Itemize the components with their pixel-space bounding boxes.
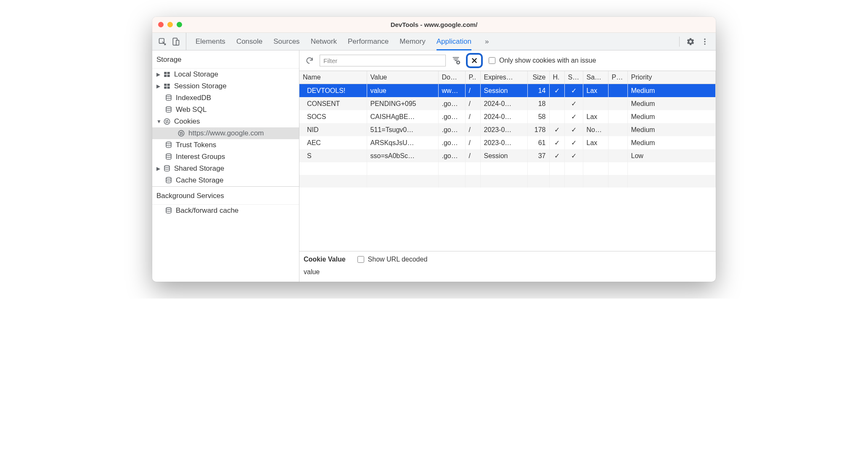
inspect-element-icon[interactable] — [156, 36, 168, 48]
cell-path: / — [465, 97, 480, 110]
cookie-icon — [177, 130, 186, 137]
cell-secure: ✓ — [564, 149, 583, 162]
cell-domain: .go… — [438, 149, 465, 162]
sidebar-item-label: Session Storage — [174, 82, 227, 90]
col-path[interactable]: P.. — [465, 71, 480, 84]
tab-network[interactable]: Network — [311, 33, 337, 50]
sidebar-item-session-storage[interactable]: ▶ Session Storage — [152, 80, 299, 92]
cell-priority: Medium — [627, 97, 716, 110]
col-size[interactable]: Size — [527, 71, 549, 84]
cell-value: 511=Tsugv0… — [367, 123, 438, 136]
tab-memory[interactable]: Memory — [400, 33, 425, 50]
sidebar-item-trust-tokens[interactable]: Trust Tokens — [152, 139, 299, 151]
only-issues-checkbox[interactable]: Only show cookies with an issue — [487, 56, 596, 65]
clear-filter-icon[interactable] — [450, 55, 462, 66]
cell-secure: ✓ — [564, 97, 583, 110]
col-expires[interactable]: Expires… — [480, 71, 527, 84]
cell-partition — [608, 149, 627, 162]
cookies-filterbar: Only show cookies with an issue — [299, 50, 716, 71]
url-decoded-checkbox-input[interactable] — [357, 256, 364, 263]
sidebar-section-services: Background Services — [152, 186, 299, 205]
col-partition[interactable]: P… — [608, 71, 627, 84]
svg-rect-9 — [167, 75, 170, 77]
col-value[interactable]: Value — [367, 71, 438, 84]
cookies-table-wrap[interactable]: Name Value Do… P.. Expires… Size H. S… S… — [299, 71, 716, 251]
tab-application[interactable]: Application — [437, 33, 471, 50]
cell-samesite: No… — [583, 123, 608, 136]
minimize-window-button[interactable] — [167, 22, 173, 27]
only-issues-checkbox-input[interactable] — [489, 57, 495, 64]
cell-priority: Medium — [627, 136, 716, 149]
sidebar-item-cookies[interactable]: ▼ Cookies — [152, 116, 299, 127]
url-decoded-checkbox[interactable]: Show URL decoded — [356, 255, 428, 264]
col-samesite[interactable]: Sa… — [583, 71, 608, 84]
sidebar-item-interest-groups[interactable]: Interest Groups — [152, 151, 299, 163]
sidebar-item-local-storage[interactable]: ▶ Local Storage — [152, 69, 299, 80]
cell-httponly: ✓ — [549, 84, 564, 98]
col-secure[interactable]: S… — [564, 71, 583, 84]
cell-domain: .go… — [438, 97, 465, 110]
table-row[interactable]: NID511=Tsugv0….go…/2023-0…178✓✓No…Medium — [299, 123, 716, 136]
tab-sources[interactable]: Sources — [273, 33, 299, 50]
cell-size: 61 — [527, 136, 549, 149]
tabs-overflow[interactable]: » — [485, 33, 489, 50]
cell-samesite: Lax — [583, 136, 608, 149]
table-row[interactable]: Ssso=sA0bSc….go…/Session37✓✓Low — [299, 149, 716, 162]
tab-elements[interactable]: Elements — [196, 33, 225, 50]
svg-point-4 — [704, 41, 705, 42]
sidebar-item-label: Shared Storage — [174, 164, 224, 173]
sidebar-item-cache-storage[interactable]: Cache Storage — [152, 174, 299, 186]
close-window-button[interactable] — [158, 22, 164, 27]
cell-secure: ✓ — [564, 123, 583, 136]
cell-name: CONSENT — [299, 97, 367, 110]
database-icon — [165, 153, 173, 161]
cell-domain: .go… — [438, 123, 465, 136]
table-row[interactable]: AECARSKqsJsU….go…/2023-0…61✓✓LaxMedium — [299, 136, 716, 149]
clear-all-button[interactable] — [466, 53, 483, 68]
col-name[interactable]: Name — [299, 71, 367, 84]
sidebar-item-label: Local Storage — [174, 70, 218, 79]
col-domain[interactable]: Do… — [438, 71, 465, 84]
cell-priority: Medium — [627, 110, 716, 123]
cookie-icon — [163, 118, 172, 125]
kebab-menu-icon[interactable] — [699, 36, 711, 48]
tab-console[interactable]: Console — [236, 33, 262, 50]
table-row[interactable]: DEVTOOLS!valueww…/Session14✓✓LaxMedium — [299, 84, 716, 98]
filter-input[interactable] — [320, 55, 446, 66]
svg-point-19 — [166, 122, 167, 123]
cell-expires: Session — [480, 149, 527, 162]
cell-name: SOCS — [299, 110, 367, 123]
settings-icon[interactable] — [685, 36, 696, 48]
tab-performance[interactable]: Performance — [348, 33, 389, 50]
url-decoded-label: Show URL decoded — [368, 256, 428, 263]
refresh-icon[interactable] — [304, 55, 315, 66]
col-priority[interactable]: Priority — [627, 71, 716, 84]
svg-point-27 — [166, 154, 171, 156]
svg-rect-7 — [167, 72, 170, 74]
cell-value: ARSKqsJsU… — [367, 136, 438, 149]
database-icon — [165, 106, 173, 114]
cell-httponly — [549, 110, 564, 123]
table-row[interactable]: SOCSCAISHAgBE….go…/2024-0…58✓LaxMedium — [299, 110, 716, 123]
cell-name: AEC — [299, 136, 367, 149]
sidebar-item-web-sql[interactable]: Web SQL — [152, 104, 299, 116]
cell-httponly — [549, 97, 564, 110]
sidebar-item-bf-cache[interactable]: Back/forward cache — [152, 205, 299, 217]
database-icon — [165, 141, 173, 149]
sidebar-item-shared-storage[interactable]: ▶ Shared Storage — [152, 163, 299, 174]
sidebar-section-storage: Storage — [152, 50, 299, 69]
cell-expires: 2023-0… — [480, 123, 527, 136]
sidebar-item-label: https://www.google.com — [188, 129, 264, 137]
sidebar-item-indexeddb[interactable]: IndexedDB — [152, 92, 299, 104]
cell-name: S — [299, 149, 367, 162]
sidebar-item-cookies-domain[interactable]: https://www.google.com — [152, 127, 299, 139]
svg-point-23 — [182, 132, 183, 133]
cell-partition — [608, 136, 627, 149]
cell-path: / — [465, 110, 480, 123]
maximize-window-button[interactable] — [177, 22, 182, 27]
table-row[interactable]: CONSENTPENDING+095.go…/2024-0…18✓Medium — [299, 97, 716, 110]
col-httponly[interactable]: H. — [549, 71, 564, 84]
cell-samesite: Lax — [583, 110, 608, 123]
cell-partition — [608, 97, 627, 110]
device-toolbar-icon[interactable] — [170, 36, 182, 48]
